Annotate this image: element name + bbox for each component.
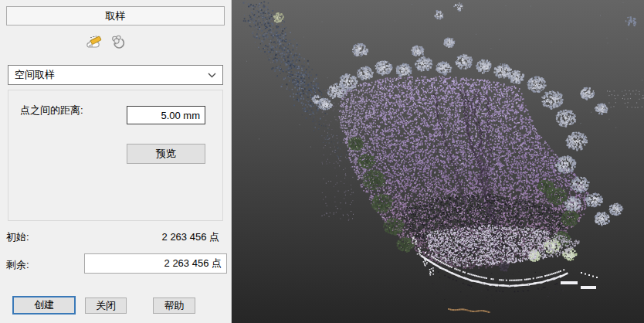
- remaining-value: 2 263 456 点: [85, 254, 226, 273]
- preview-button[interactable]: 预览: [127, 144, 205, 164]
- spacing-groupbox: 点之间的距离: 预览: [8, 90, 223, 221]
- remaining-field: 2 263 456 点: [84, 253, 227, 274]
- close-button[interactable]: 关闭: [85, 298, 127, 314]
- sampling-app-window: 取样: [0, 0, 644, 323]
- panel-title: 取样: [6, 6, 225, 26]
- resample-icon[interactable]: [108, 33, 127, 52]
- manual-sampling-icon[interactable]: [85, 33, 103, 52]
- point-cloud-canvas[interactable]: [232, 0, 644, 323]
- toolbar: [85, 33, 127, 52]
- remaining-label: 剩余:: [6, 258, 29, 272]
- initial-row: 初始: 2 263 456 点: [6, 230, 219, 244]
- spacing-input[interactable]: [127, 106, 205, 124]
- create-button[interactable]: 创建: [12, 296, 76, 314]
- sampling-mode-dropdown[interactable]: 空间取样: [8, 65, 223, 85]
- initial-value: 2 263 456 点: [162, 230, 219, 244]
- sampling-mode-value: 空间取样: [15, 68, 55, 82]
- initial-label: 初始:: [6, 230, 29, 244]
- help-button[interactable]: 帮助: [153, 298, 195, 314]
- panel-title-label: 取样: [106, 10, 126, 22]
- sampling-panel: 取样: [0, 0, 232, 323]
- spacing-label: 点之间的距离:: [20, 104, 83, 117]
- chevron-down-icon: [208, 73, 216, 78]
- point-cloud-viewport[interactable]: [232, 0, 644, 323]
